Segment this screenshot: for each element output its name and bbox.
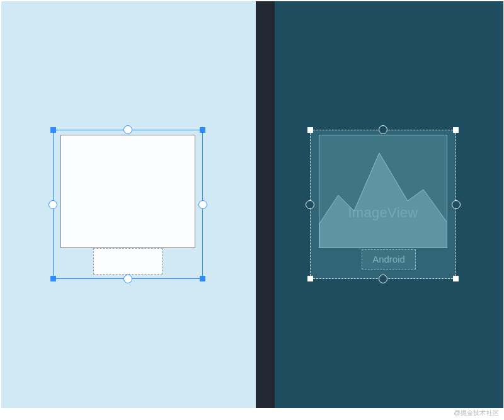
resize-handle-left[interactable]	[49, 200, 57, 209]
resize-handle-bottom-left[interactable]	[307, 276, 313, 281]
imageview-widget[interactable]: ImageView	[319, 135, 447, 248]
resize-handle-top-right[interactable]	[200, 127, 205, 133]
imageview-placeholder[interactable]	[60, 135, 195, 248]
resize-handle-top[interactable]	[379, 125, 387, 134]
textview-label: Android	[372, 254, 405, 264]
resize-handle-bottom-left[interactable]	[50, 276, 56, 281]
textview-placeholder[interactable]	[93, 248, 163, 275]
mountain-icon	[319, 135, 447, 248]
resize-handle-right[interactable]	[452, 200, 461, 209]
resize-handle-bottom[interactable]	[123, 275, 132, 283]
blueprint-selection-group[interactable]: ImageView Android	[310, 130, 456, 279]
watermark-text: @掘金技术社区	[454, 409, 499, 417]
imageview-label: ImageView	[319, 205, 447, 221]
resize-handle-right[interactable]	[198, 200, 207, 209]
design-selection-group[interactable]	[53, 130, 203, 279]
resize-handle-bottom-right[interactable]	[200, 276, 205, 281]
resize-handle-top-left[interactable]	[50, 127, 56, 133]
textview-widget[interactable]: Android	[362, 249, 416, 270]
editor-stage: ImageView Android @掘金技术社区	[0, 0, 504, 420]
panel-divider	[256, 1, 275, 408]
blueprint-preview-panel: ImageView Android	[275, 1, 503, 408]
resize-handle-left[interactable]	[306, 200, 314, 209]
resize-handle-top-left[interactable]	[307, 127, 313, 133]
resize-handle-top-right[interactable]	[453, 127, 459, 133]
resize-handle-top[interactable]	[123, 125, 132, 134]
resize-handle-bottom[interactable]	[379, 275, 387, 283]
resize-handle-bottom-right[interactable]	[453, 276, 459, 281]
design-preview-panel	[1, 1, 256, 408]
